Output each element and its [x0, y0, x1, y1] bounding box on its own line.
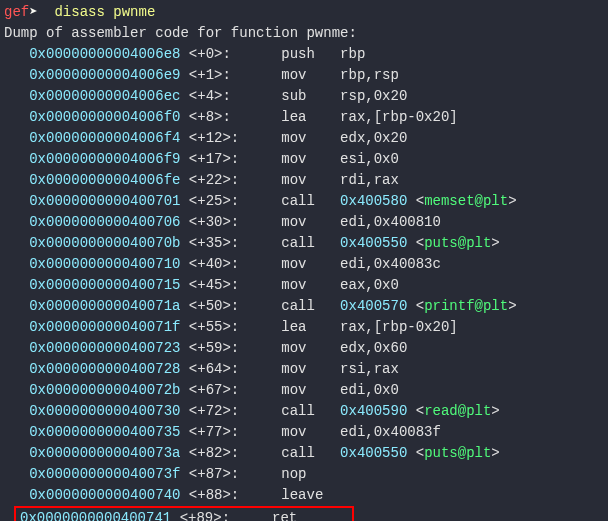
- asm-line: 0x0000000000400715 <+45>: mov eax,0x0: [4, 275, 604, 296]
- asm-line: 0x0000000000400701 <+25>: call 0x400580 …: [4, 191, 604, 212]
- asm-line: 0x0000000000400706 <+30>: mov edi,0x4008…: [4, 212, 604, 233]
- asm-line: 0x00000000004006f4 <+12>: mov edx,0x20: [4, 128, 604, 149]
- asm-line: 0x00000000004006e8 <+0>: push rbp: [4, 44, 604, 65]
- prompt-arrow: ➤: [29, 4, 46, 20]
- command-text: disass pwnme: [54, 4, 155, 20]
- asm-line: 0x0000000000400710 <+40>: mov edi,0x4008…: [4, 254, 604, 275]
- asm-line: 0x000000000040070b <+35>: call 0x400550 …: [4, 233, 604, 254]
- asm-line: 0x000000000040072b <+67>: mov edi,0x0: [4, 380, 604, 401]
- asm-line: 0x000000000040071f <+55>: lea rax,[rbp-0…: [4, 317, 604, 338]
- asm-line: 0x00000000004006fe <+22>: mov rdi,rax: [4, 170, 604, 191]
- highlighted-instruction: 0x0000000000400741 <+89>: ret: [4, 506, 604, 521]
- dump-header: Dump of assembler code for function pwnm…: [4, 23, 604, 44]
- asm-line: 0x0000000000400730 <+72>: call 0x400590 …: [4, 401, 604, 422]
- asm-line: 0x000000000040073f <+87>: nop: [4, 464, 604, 485]
- asm-line: 0x00000000004006f9 <+17>: mov esi,0x0: [4, 149, 604, 170]
- prompt-label: gef: [4, 4, 29, 20]
- asm-line: 0x00000000004006ec <+4>: sub rsp,0x20: [4, 86, 604, 107]
- asm-line: 0x00000000004006f0 <+8>: lea rax,[rbp-0x…: [4, 107, 604, 128]
- asm-line: 0x00000000004006e9 <+1>: mov rbp,rsp: [4, 65, 604, 86]
- disassembly-listing: 0x00000000004006e8 <+0>: push rbp 0x0000…: [4, 44, 604, 506]
- asm-line: 0x0000000000400723 <+59>: mov edx,0x60: [4, 338, 604, 359]
- highlight-box: 0x0000000000400741 <+89>: ret: [14, 506, 354, 521]
- asm-line: 0x000000000040073a <+82>: call 0x400550 …: [4, 443, 604, 464]
- asm-line: 0x0000000000400740 <+88>: leave: [4, 485, 604, 506]
- asm-line: 0x0000000000400728 <+64>: mov rsi,rax: [4, 359, 604, 380]
- asm-line: 0x000000000040071a <+50>: call 0x400570 …: [4, 296, 604, 317]
- asm-line: 0x0000000000400735 <+77>: mov edi,0x4008…: [4, 422, 604, 443]
- prompt-line[interactable]: gef➤ disass pwnme: [4, 2, 604, 23]
